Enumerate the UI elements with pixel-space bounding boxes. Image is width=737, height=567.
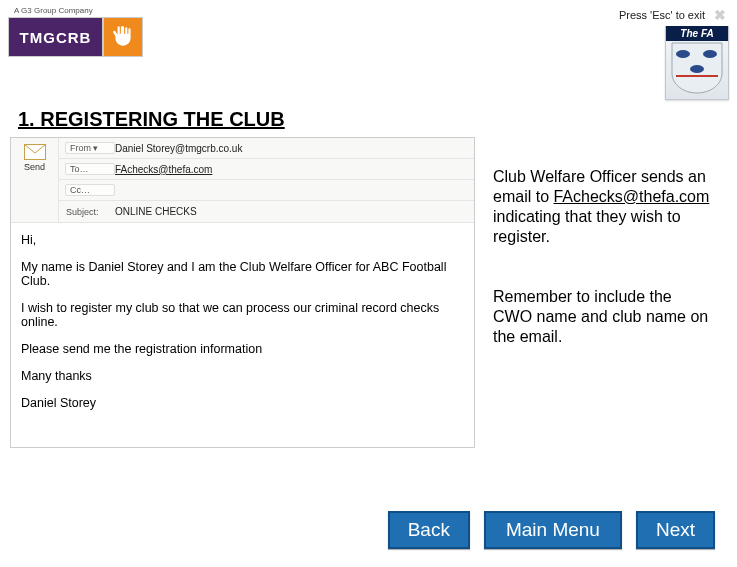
email-body: Hi, My name is Daniel Storey and I am th… (11, 223, 474, 447)
send-button[interactable]: Send (11, 138, 59, 222)
send-label: Send (24, 162, 45, 172)
logo-tagline: A G3 Group Company (14, 6, 93, 15)
to-value: FAchecks@thefa.com (115, 164, 212, 175)
cc-label[interactable]: Cc… (65, 184, 115, 196)
close-icon[interactable]: ✖ (711, 6, 729, 24)
to-label[interactable]: To… (65, 163, 115, 175)
fa-banner: The FA (666, 26, 728, 41)
from-value: Daniel Storey@tmgcrb.co.uk (115, 143, 242, 154)
info-text: indicating that they wish to register. (493, 208, 681, 245)
fa-logo: The FA (665, 26, 729, 100)
svg-point-1 (703, 50, 717, 58)
subject-value: ONLINE CHECKS (115, 206, 197, 217)
section-heading: 1. REGISTERING THE CLUB (18, 108, 737, 131)
svg-point-2 (690, 65, 704, 73)
email-line: Many thanks (21, 369, 464, 383)
email-link[interactable]: FAchecks@thefa.com (553, 188, 709, 205)
fa-shield-icon (666, 41, 728, 99)
subject-label: Subject: (65, 206, 115, 218)
next-button[interactable]: Next (636, 511, 715, 549)
email-line: Please send me the registration informat… (21, 342, 464, 356)
exit-hint: Press 'Esc' to exit (619, 9, 705, 21)
envelope-icon (24, 144, 46, 160)
info-block-2: Remember to include the CWO name and clu… (493, 287, 713, 347)
from-label[interactable]: From ▾ (65, 142, 115, 154)
svg-rect-3 (676, 75, 718, 77)
back-button[interactable]: Back (388, 511, 470, 549)
email-line: Daniel Storey (21, 396, 464, 410)
email-line: My name is Daniel Storey and I am the Cl… (21, 260, 464, 288)
svg-point-0 (676, 50, 690, 58)
email-screenshot: Send From ▾ Daniel Storey@tmgcrb.co.uk T… (10, 137, 475, 448)
logo-group: A G3 Group Company TMGCRB (8, 6, 143, 57)
main-menu-button[interactable]: Main Menu (484, 511, 622, 549)
email-line: Hi, (21, 233, 464, 247)
info-block-1: Club Welfare Officer sends an email to F… (493, 167, 713, 247)
email-line: I wish to register my club so that we ca… (21, 301, 464, 329)
hand-icon (103, 17, 143, 57)
logo-tmgcrb: TMGCRB (8, 17, 103, 57)
